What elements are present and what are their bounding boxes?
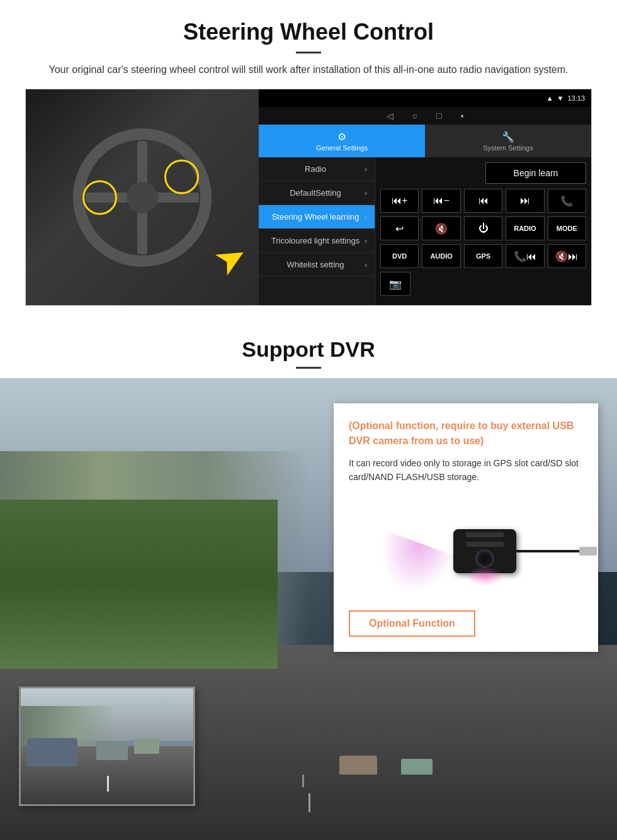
menu-tricoloured-label: Tricoloured light settings (266, 236, 365, 245)
begin-learn-button[interactable]: Begin learn (485, 162, 586, 184)
menu-radio-label: Radio (266, 164, 365, 174)
gps-button[interactable]: GPS (464, 244, 502, 268)
chevron-icon-3: › (365, 213, 367, 221)
dvr-section: Support DVR (0, 318, 617, 840)
nav-back-icon[interactable]: ◁ (387, 111, 393, 121)
steering-wheel-photo: ➤ (26, 89, 259, 305)
status-time: 13:13 (567, 94, 585, 102)
android-ui: ▲ ▼ 13:13 ◁ ○ □ ▪ ⚙ General Settings 🔧 S… (259, 89, 591, 305)
mute-button[interactable]: 🔇 (422, 216, 460, 240)
mode-button[interactable]: MODE (548, 216, 586, 240)
menu-item-whitelist[interactable]: Whitelist setting › (259, 253, 375, 277)
tab-system-settings[interactable]: 🔧 System Settings (425, 125, 591, 157)
steering-panel: ➤ ▲ ▼ 13:13 ◁ ○ □ ▪ ⚙ General Settin (25, 89, 592, 306)
steering-divider (296, 52, 321, 53)
chevron-icon-4: › (365, 237, 367, 245)
dvr-header: Support DVR (0, 318, 617, 378)
dvr-optional-text: (Optional function, require to buy exter… (349, 418, 583, 449)
steering-wheel-graphic (73, 128, 212, 267)
android-content: Radio › DefaultSetting › Steering Wheel … (259, 157, 591, 305)
menu-list: Radio › DefaultSetting › Steering Wheel … (259, 157, 375, 305)
audio-button[interactable]: AUDIO (422, 244, 460, 268)
dvr-btn[interactable]: 📷 (380, 272, 410, 296)
dvr-info-card: (Optional function, require to buy exter… (334, 403, 598, 652)
ss-road-line (107, 776, 109, 792)
chevron-icon: › (365, 165, 367, 174)
dvr-description: It can record video only to storage in G… (349, 456, 583, 484)
system-icon: 🔧 (502, 131, 514, 143)
control-row-3: DVD AUDIO GPS 📞⏮ 🔇⏭ (380, 244, 586, 268)
car-2 (401, 759, 433, 775)
road-marking-2 (302, 775, 304, 787)
dvd-button[interactable]: DVD (380, 244, 419, 268)
road-marking-1 (308, 793, 310, 812)
arrow-indicator: ➤ (206, 231, 255, 285)
menu-item-tricoloured[interactable]: Tricoloured light settings › (259, 229, 375, 253)
dvr-container: (Optional function, require to buy exter… (0, 378, 617, 840)
camera-device-body (453, 529, 516, 573)
steering-subtitle: Your original car's steering wheel contr… (25, 62, 592, 77)
camera-vent-2 (466, 542, 504, 547)
nav-menu-icon[interactable]: ▪ (460, 111, 463, 121)
wifi-icon: ▼ (557, 94, 564, 102)
ss-parked-car (27, 738, 77, 766)
dvr-camera-screenshot (19, 686, 195, 806)
nav-home-icon[interactable]: ○ (412, 111, 417, 121)
chevron-icon-5: › (365, 260, 367, 269)
vol-up-button[interactable]: ⏮+ (380, 189, 419, 213)
ss-car-moving-2 (134, 738, 159, 754)
dvr-title: Support DVR (0, 337, 617, 362)
android-nav-bar: ◁ ○ □ ▪ (259, 107, 591, 125)
nav-recent-icon[interactable]: □ (436, 111, 441, 121)
back-call-button[interactable]: ↩ (380, 216, 419, 240)
begin-learn-row: Begin learn (380, 162, 586, 184)
hedge-layer (0, 500, 278, 669)
control-row-4: 📷 (380, 272, 586, 296)
android-tabs: ⚙ General Settings 🔧 System Settings (259, 125, 591, 157)
menu-default-label: DefaultSetting (266, 188, 365, 198)
menu-item-default[interactable]: DefaultSetting › (259, 181, 375, 205)
camera-lens (475, 549, 494, 568)
menu-whitelist-label: Whitelist setting (266, 260, 365, 269)
tab-general-settings[interactable]: ⚙ General Settings (259, 125, 425, 157)
menu-steering-label: Steering Wheel learning (266, 212, 365, 221)
control-row-2: ↩ 🔇 ⏻ RADIO MODE (380, 216, 586, 240)
tab-system-label: System Settings (483, 144, 533, 152)
control-panel: Begin learn ⏮+ ⏮− ⏮ ⏭ 📞 ↩ 🔇 ⏻ (375, 157, 591, 305)
prev-button[interactable]: ⏮ (464, 189, 502, 213)
phone-prev-button[interactable]: 📞⏮ (506, 244, 544, 268)
ss-car-moving-1 (96, 741, 128, 760)
phone-button[interactable]: 📞 (548, 189, 586, 213)
light-cone (368, 530, 456, 603)
steering-title: Steering Wheel Control (25, 19, 592, 45)
next-button[interactable]: ⏭ (506, 189, 544, 213)
tab-general-label: General Settings (316, 144, 368, 152)
dvr-camera-illustration (349, 495, 583, 595)
power-button[interactable]: ⏻ (464, 216, 502, 240)
menu-item-radio[interactable]: Radio › (259, 157, 375, 181)
car-1 (339, 756, 377, 775)
radio-button[interactable]: RADIO (506, 216, 544, 240)
android-status-bar: ▲ ▼ 13:13 (259, 89, 591, 107)
circle-left-highlight (82, 180, 117, 215)
usb-plug (579, 547, 597, 556)
mute-next-button[interactable]: 🔇⏭ (548, 244, 586, 268)
camera-vent (466, 532, 504, 537)
optional-function-button[interactable]: Optional Function (349, 610, 475, 637)
vol-down-button[interactable]: ⏮− (422, 189, 460, 213)
chevron-icon-2: › (365, 189, 367, 198)
menu-item-steering[interactable]: Steering Wheel learning › (259, 205, 375, 229)
dvr-divider (296, 367, 321, 369)
circle-right-highlight (164, 159, 199, 194)
gear-icon: ⚙ (337, 131, 346, 143)
control-row-1: ⏮+ ⏮− ⏮ ⏭ 📞 (380, 189, 586, 213)
signal-icon: ▲ (546, 94, 553, 102)
camera-light-effect (466, 567, 504, 586)
steering-section: Steering Wheel Control Your original car… (0, 0, 617, 306)
camera-cable (516, 550, 579, 552)
